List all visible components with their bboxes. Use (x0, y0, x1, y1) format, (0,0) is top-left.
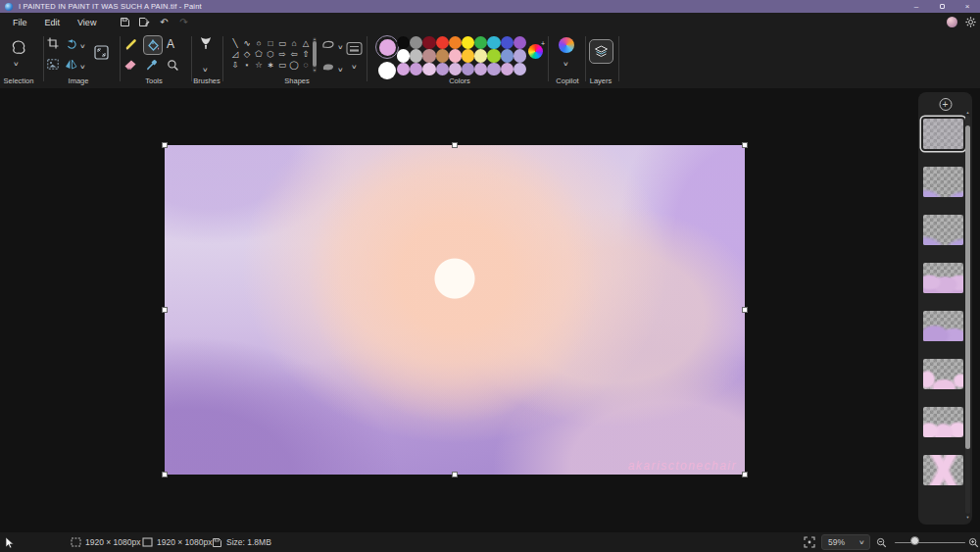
minimize-button[interactable]: – (904, 0, 929, 13)
palette-color[interactable] (474, 63, 487, 75)
palette-color[interactable] (449, 49, 462, 62)
shape-button[interactable]: ◌ (300, 59, 312, 70)
maximize-button[interactable] (929, 0, 955, 13)
edit-colors-button[interactable] (528, 44, 543, 59)
selection-handle-e[interactable] (742, 307, 748, 313)
palette-color[interactable] (462, 63, 474, 75)
account-avatar[interactable] (947, 17, 957, 27)
shape-fill-button[interactable] (321, 61, 335, 73)
brushes-button[interactable] (197, 36, 215, 56)
save-as-icon[interactable] (134, 15, 154, 29)
shape-button[interactable]: ◇ (241, 48, 253, 59)
close-button[interactable]: × (955, 0, 980, 13)
brushes-dropdown-chevron-icon[interactable]: ∨ (202, 67, 209, 73)
palette-color[interactable] (397, 36, 410, 49)
palette-color[interactable] (514, 63, 526, 75)
layer-thumbnail[interactable] (923, 407, 963, 437)
layer-thumbnail[interactable] (923, 359, 963, 389)
magnifier-tool-button[interactable] (167, 59, 179, 72)
selection-handle-se[interactable] (742, 472, 748, 477)
menu-view[interactable]: View (69, 13, 105, 31)
palette-color[interactable] (397, 49, 410, 62)
palette-color[interactable] (487, 36, 500, 49)
stroke-size-button[interactable] (346, 41, 363, 56)
rotate-button[interactable] (65, 37, 77, 49)
shape-button[interactable]: ◿ (229, 48, 241, 59)
palette-color[interactable] (487, 63, 500, 75)
canvas-image[interactable] (165, 145, 745, 475)
zoom-slider-thumb[interactable] (910, 536, 919, 545)
shape-button[interactable]: ⌂ (288, 37, 300, 48)
palette-color[interactable] (397, 63, 410, 75)
palette-color[interactable] (462, 36, 474, 49)
selection-handle-s[interactable] (452, 472, 458, 477)
redo-icon[interactable]: ↷ (173, 15, 193, 29)
shape-button[interactable]: ☆ (253, 59, 265, 70)
text-tool-button[interactable]: A (167, 37, 174, 51)
shape-button[interactable]: ◯ (288, 59, 300, 70)
palette-color[interactable] (422, 49, 435, 62)
layer-thumbnail[interactable] (923, 455, 963, 485)
shape-button[interactable]: □ (265, 37, 276, 48)
palette-color[interactable] (501, 36, 514, 49)
layer-thumbnail[interactable] (923, 119, 963, 149)
shape-button[interactable]: ▭ (276, 59, 288, 70)
palette-color[interactable] (474, 36, 487, 49)
scroll-down-icon[interactable]: ▼ (313, 69, 317, 73)
selection-handle-sw[interactable] (162, 472, 168, 477)
fill-tool-button[interactable] (143, 35, 163, 55)
palette-color[interactable] (514, 49, 526, 62)
shape-button[interactable]: ╲ (229, 37, 241, 48)
selection-handle-n[interactable] (452, 142, 458, 148)
palette-color[interactable] (422, 36, 435, 49)
save-icon[interactable] (115, 15, 134, 29)
shape-button[interactable]: ∗ (265, 59, 276, 70)
copilot-dropdown-chevron-icon[interactable]: ∨ (563, 61, 569, 67)
selection-handle-w[interactable] (162, 307, 168, 313)
menu-edit[interactable]: Edit (36, 13, 70, 31)
zoom-out-button[interactable] (876, 532, 887, 552)
resize-button[interactable] (92, 43, 111, 62)
palette-color[interactable] (436, 49, 449, 62)
palette-color[interactable] (474, 49, 487, 62)
flip-dropdown-chevron-icon[interactable]: ∨ (79, 64, 86, 70)
palette-color[interactable] (410, 63, 422, 75)
eraser-tool-button[interactable] (123, 59, 137, 71)
layer-thumbnail[interactable] (923, 167, 963, 197)
selection-handle-nw[interactable] (162, 142, 168, 148)
zoom-slider-track[interactable] (895, 542, 965, 544)
shape-button[interactable]: ⬠ (253, 48, 265, 59)
palette-color[interactable] (462, 49, 474, 62)
shapes-scrollbar[interactable]: ▲ ▼ (313, 37, 317, 73)
scroll-up-icon[interactable]: ▲ (965, 110, 970, 115)
zoom-level-dropdown[interactable]: 59% ∨ (821, 534, 870, 550)
fill-dropdown-chevron-icon[interactable]: ∨ (337, 67, 344, 73)
canvas-selection[interactable]: akarisctonechair (165, 145, 745, 475)
eyedropper-tool-button[interactable] (145, 59, 158, 72)
layers-scrollbar[interactable]: ▲ ▼ (965, 116, 970, 514)
shape-button[interactable]: ⌒ (229, 70, 241, 71)
undo-icon[interactable]: ↶ (154, 15, 173, 29)
add-layer-button[interactable]: + (939, 98, 952, 111)
palette-color[interactable] (436, 63, 449, 75)
select-all-button[interactable] (47, 59, 59, 70)
shape-button[interactable]: ⇧ (300, 48, 312, 59)
palette-color[interactable] (449, 36, 462, 49)
crop-button[interactable] (47, 37, 59, 49)
menu-file[interactable]: File (4, 13, 36, 31)
palette-color[interactable] (436, 36, 449, 49)
foreground-color-swatch[interactable] (375, 35, 399, 59)
layer-thumbnail[interactable] (923, 263, 963, 293)
scrollbar-thumb[interactable] (965, 125, 970, 449)
palette-color[interactable] (449, 63, 462, 75)
shape-button[interactable]: ∩ (241, 70, 253, 71)
palette-color[interactable] (410, 49, 422, 62)
rotate-dropdown-chevron-icon[interactable]: ∨ (79, 43, 86, 49)
palette-color[interactable] (487, 49, 500, 62)
palette-color[interactable] (501, 49, 514, 62)
layer-thumbnail[interactable] (923, 311, 963, 341)
shape-button[interactable]: △ (300, 37, 312, 48)
outline-dropdown-chevron-icon[interactable]: ∨ (337, 44, 344, 50)
shape-button[interactable]: ∿ (241, 37, 253, 48)
layer-thumbnail[interactable] (923, 215, 963, 245)
